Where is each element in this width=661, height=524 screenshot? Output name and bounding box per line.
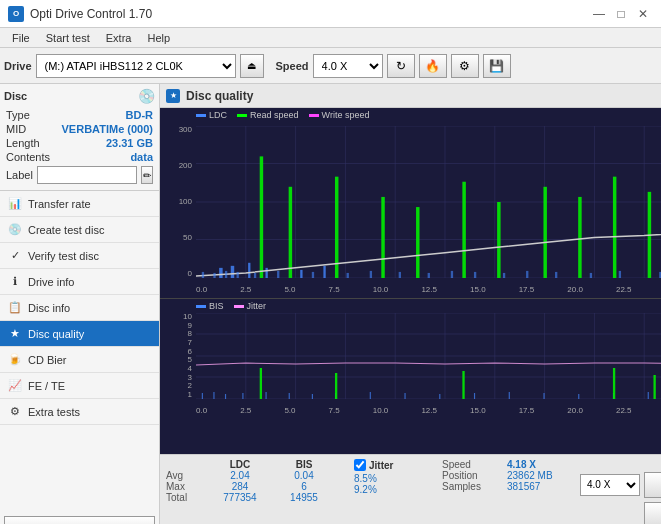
nav-fe-te[interactable]: 📈 FE / TE <box>0 373 159 399</box>
create-test-disc-icon: 💿 <box>8 223 22 236</box>
nav-transfer-rate[interactable]: 📊 Transfer rate <box>0 191 159 217</box>
speed-select[interactable]: 4.0 X <box>313 54 383 78</box>
bis-total: 14955 <box>274 492 334 503</box>
svg-rect-19 <box>323 266 325 278</box>
nav-verify-test-disc[interactable]: ✓ Verify test disc <box>0 243 159 269</box>
jitter-max: 9.2% <box>354 484 434 495</box>
svg-rect-68 <box>242 393 243 399</box>
bis-legend-dot <box>196 305 206 308</box>
svg-rect-23 <box>381 197 384 278</box>
svg-rect-77 <box>509 392 510 399</box>
length-row: Length 23.31 GB <box>4 136 155 150</box>
bottom-chart-x-axis: 0.0 2.5 5.0 7.5 10.0 12.5 15.0 17.5 20.0… <box>196 406 661 415</box>
menu-help[interactable]: Help <box>139 30 178 46</box>
drive-info-icon: ℹ <box>8 275 22 288</box>
write-speed-legend-dot <box>309 114 319 117</box>
refresh-button[interactable]: ↻ <box>387 54 415 78</box>
maximize-button[interactable]: □ <box>611 5 631 23</box>
start-part-button[interactable]: Start part <box>644 502 661 525</box>
eject-button[interactable]: ⏏ <box>240 54 264 78</box>
svg-rect-14 <box>219 268 222 278</box>
nav-extra-tests[interactable]: ⚙ Extra tests <box>0 399 159 425</box>
charts-area: LDC Read speed Write speed 300 200 10 <box>160 108 661 454</box>
jitter-stats: Jitter 8.5% 9.2% <box>354 459 434 524</box>
nav-label-cd-bier: CD Bier <box>28 354 67 366</box>
samples-value: 381567 <box>507 481 572 492</box>
svg-rect-29 <box>613 177 616 278</box>
jitter-legend-dot <box>234 305 244 308</box>
svg-rect-26 <box>497 202 500 278</box>
svg-rect-44 <box>503 273 505 278</box>
main-area: Disc 💿 Type BD-R MID VERBATIMe (000) Len… <box>0 84 661 524</box>
label-edit-button[interactable]: ✏ <box>141 166 153 184</box>
nav-disc-info[interactable]: 📋 Disc info <box>0 295 159 321</box>
settings-button[interactable]: ⚙ <box>451 54 479 78</box>
svg-rect-17 <box>265 268 267 278</box>
svg-rect-41 <box>428 273 430 278</box>
disc-quality-header: ★ Disc quality <box>160 84 661 108</box>
menu-bar: File Start test Extra Help <box>0 28 661 48</box>
svg-rect-33 <box>225 271 227 278</box>
legend-ldc: LDC <box>196 110 227 120</box>
svg-rect-27 <box>543 187 546 278</box>
svg-rect-79 <box>578 394 579 399</box>
ldc-bis-stats: LDC BIS Avg 2.04 0.04 Max 284 6 Total 77… <box>166 459 346 524</box>
drive-select[interactable]: (M:) ATAPI iHBS112 2 CL0K <box>36 54 236 78</box>
speed-stat-value: 4.18 X <box>507 459 572 470</box>
burn-button[interactable]: 🔥 <box>419 54 447 78</box>
read-speed-legend-label: Read speed <box>250 110 299 120</box>
nav-create-test-disc[interactable]: 💿 Create test disc <box>0 217 159 243</box>
svg-rect-28 <box>578 197 581 278</box>
disc-quality-icon: ★ <box>8 327 22 340</box>
start-full-button[interactable]: Start full <box>644 472 661 498</box>
test-speed-select[interactable]: 4.0 X <box>580 474 640 496</box>
svg-rect-15 <box>231 266 234 278</box>
nav-label-create-test-disc: Create test disc <box>28 224 104 236</box>
svg-rect-36 <box>277 271 279 278</box>
nav-disc-quality[interactable]: ★ Disc quality <box>0 321 159 347</box>
label-input[interactable] <box>37 166 137 184</box>
speed-stat-label: Speed <box>442 459 507 470</box>
top-chart: LDC Read speed Write speed 300 200 10 <box>160 108 661 298</box>
save-button[interactable]: 💾 <box>483 54 511 78</box>
position-label: Position <box>442 470 507 481</box>
svg-rect-21 <box>289 187 292 278</box>
jitter-checkbox[interactable] <box>354 459 366 471</box>
svg-rect-38 <box>347 273 349 278</box>
bottom-chart: BIS Jitter 10 9 8 7 6 5 4 3 <box>160 299 661 419</box>
status-window-button[interactable]: Status window >> <box>4 516 155 524</box>
menu-start-test[interactable]: Start test <box>38 30 98 46</box>
svg-rect-42 <box>451 271 453 278</box>
svg-rect-81 <box>648 392 649 399</box>
svg-rect-16 <box>248 263 250 278</box>
menu-file[interactable]: File <box>4 30 38 46</box>
type-value: BD-R <box>126 109 154 121</box>
disc-info-icon: 📋 <box>8 301 22 314</box>
position-value: 23862 MB <box>507 470 572 481</box>
svg-rect-39 <box>370 271 372 278</box>
extra-tests-icon: ⚙ <box>8 405 22 418</box>
bis-legend-label: BIS <box>209 301 224 311</box>
svg-rect-45 <box>526 271 528 278</box>
nav-label-fe-te: FE / TE <box>28 380 65 392</box>
svg-rect-74 <box>404 393 405 399</box>
ldc-col-header: LDC <box>210 459 270 470</box>
stats-bar: LDC BIS Avg 2.04 0.04 Max 284 6 Total 77… <box>160 454 661 524</box>
svg-rect-75 <box>439 394 440 399</box>
menu-extra[interactable]: Extra <box>98 30 140 46</box>
nav-drive-info[interactable]: ℹ Drive info <box>0 269 159 295</box>
legend-jitter: Jitter <box>234 301 267 311</box>
mid-value: VERBATIMe (000) <box>62 123 153 135</box>
svg-rect-43 <box>474 272 476 278</box>
drive-label: Drive <box>4 60 32 72</box>
close-button[interactable]: ✕ <box>633 5 653 23</box>
svg-rect-48 <box>619 271 621 278</box>
write-speed-legend-label: Write speed <box>322 110 370 120</box>
minimize-button[interactable]: — <box>589 5 609 23</box>
title-bar: O Opti Drive Control 1.70 — □ ✕ <box>0 0 661 28</box>
svg-rect-32 <box>213 273 215 278</box>
contents-label: Contents <box>6 151 50 163</box>
svg-rect-37 <box>312 272 314 278</box>
jitter-col-header: Jitter <box>369 460 393 471</box>
nav-cd-bier[interactable]: 🍺 CD Bier <box>0 347 159 373</box>
